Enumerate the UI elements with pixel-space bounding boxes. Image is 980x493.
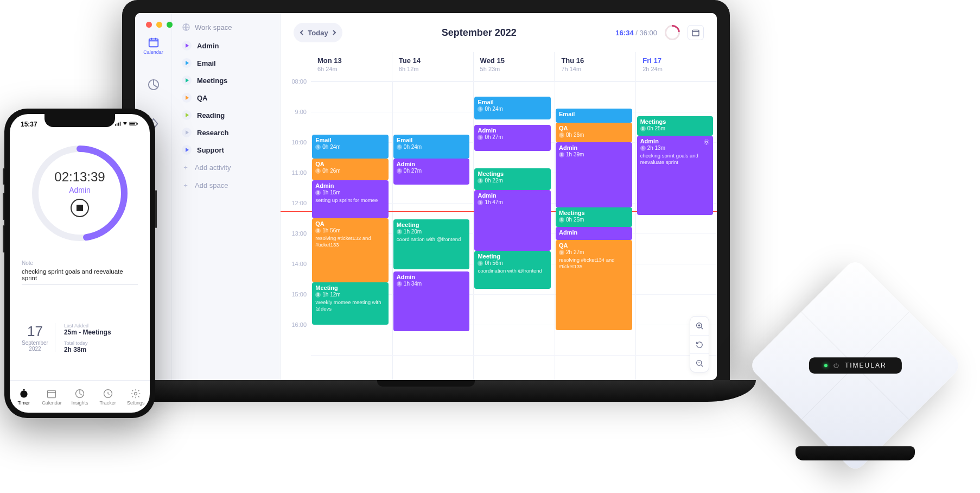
calendar-event[interactable]: Admin$2h 13mchecking sprint goals and re…	[637, 136, 714, 215]
reset-icon	[696, 341, 703, 349]
calendar-event[interactable]: Email$0h 24m	[393, 135, 470, 159]
tab-calendar[interactable]: Calendar	[38, 381, 66, 413]
rail-reports[interactable]	[141, 72, 167, 98]
day-header[interactable]: Wed 155h 23m	[473, 52, 555, 81]
day-header[interactable]: Tue 148h 12m	[392, 52, 473, 81]
laptop-device: Calendar Work space AdminEmailMeet	[122, 0, 730, 413]
record-icon	[703, 139, 710, 146]
calendar-event[interactable]: QA$0h 26m	[556, 123, 632, 142]
progress-ring-icon[interactable]	[661, 22, 683, 43]
status-indicators	[115, 121, 139, 129]
zoom-reset-button[interactable]	[690, 335, 709, 353]
billable-icon: $	[478, 261, 483, 266]
calendar-event[interactable]: Email$0h 24m	[312, 135, 389, 159]
zoom-in-button[interactable]	[690, 317, 709, 335]
sidebar-activity-qa[interactable]: QA	[177, 89, 275, 106]
note-input[interactable]: checking sprint goals and reevaluate spr…	[22, 266, 138, 285]
phone-tabbar: TimerCalendarInsightsTrackerSettings	[10, 380, 150, 413]
calendar-event[interactable]: Admin$1h 39m	[556, 142, 632, 207]
next-button[interactable]	[326, 23, 342, 42]
calendar-event[interactable]: Email	[556, 109, 632, 123]
timer-icon	[18, 388, 29, 400]
play-icon	[182, 110, 192, 120]
day-header[interactable]: Mon 136h 24m	[311, 52, 392, 81]
fullscreen-icon[interactable]	[167, 22, 173, 28]
calendar-event[interactable]: QA$1h 56mresolving #ticket132 and #ticke…	[312, 218, 389, 282]
billable-icon: $	[559, 250, 564, 255]
insights-icon	[74, 388, 85, 400]
calendar-event[interactable]: Admin$0h 27m	[474, 125, 551, 151]
last-added-label: Last Added	[64, 323, 111, 328]
calendar-event[interactable]: Admin$1h 34m	[393, 271, 470, 331]
tracker-brand-band: TIMEULAR	[809, 357, 902, 374]
hour-label: 16:00	[291, 321, 307, 328]
billable-icon: $	[397, 229, 402, 235]
view-toggle-button[interactable]	[688, 25, 704, 40]
day-header[interactable]: Thu 167h 14m	[554, 52, 635, 81]
hour-label: 9:00	[295, 109, 307, 115]
status-time: 15:37	[21, 121, 37, 129]
calendar-event[interactable]: Meeting$1h 12mWeekly momee meeting with …	[312, 282, 389, 325]
calendar-event[interactable]: Admin	[556, 227, 632, 240]
tab-tracker[interactable]: Tracker	[94, 381, 122, 413]
hour-label: 12:00	[291, 200, 307, 206]
today-button[interactable]: Today	[310, 23, 326, 42]
sidebar-activity-admin[interactable]: Admin	[177, 37, 275, 54]
rail-calendar[interactable]: Calendar	[141, 33, 167, 59]
hour-label: 08:00	[291, 78, 307, 85]
billable-icon: $	[478, 178, 483, 184]
calendar-event[interactable]: Meeting$0h 56mcoordination with @fronten…	[474, 251, 551, 289]
svg-point-5	[704, 140, 709, 145]
svg-rect-11	[120, 122, 120, 125]
plus-icon: +	[182, 181, 189, 189]
calendar-event[interactable]: Meeting$1h 20mcoordination with @fronten…	[393, 219, 470, 269]
sidebar-activity-meetings[interactable]: Meetings	[177, 72, 275, 89]
calendar-event[interactable]: Admin$0h 27m	[393, 159, 470, 185]
svg-rect-19	[48, 390, 56, 397]
sidebar-activity-support[interactable]: Support	[177, 141, 275, 159]
svg-rect-10	[118, 123, 119, 126]
timer-area: 02:13:39 Admin Note checking sprint goal…	[10, 129, 150, 380]
calendar-event[interactable]: Meetings$0h 22m	[474, 168, 551, 190]
sidebar-activity-email[interactable]: Email	[177, 54, 275, 72]
stop-button[interactable]	[71, 199, 89, 217]
add-activity-button[interactable]: + Add activity	[177, 159, 275, 176]
play-icon	[182, 145, 192, 155]
calendar-event[interactable]: Admin$1h 15msetting up sprint for momee	[312, 180, 389, 218]
phone-notch	[44, 114, 115, 127]
calendar-event[interactable]: Admin$1h 47m	[474, 190, 551, 251]
hour-label: 13:00	[291, 230, 307, 237]
tab-settings[interactable]: Settings	[122, 381, 150, 413]
svg-point-4	[705, 141, 708, 143]
svg-rect-9	[117, 123, 117, 125]
total-today-label: Total today	[64, 340, 111, 346]
zoom-controls	[690, 316, 709, 372]
calendar-event[interactable]: Meetings$0h 25m	[637, 116, 714, 136]
tab-timer[interactable]: Timer	[10, 381, 38, 413]
minimize-icon[interactable]	[156, 22, 162, 28]
mac-window-controls	[146, 22, 173, 28]
billable-icon: $	[478, 200, 483, 205]
calendar-event[interactable]: QA$2h 27mresolving #ticket134 and #ticke…	[556, 240, 632, 330]
last-added-value: 25m - Meetings	[64, 328, 111, 336]
calendar-event[interactable]: Email$0h 24m	[474, 97, 551, 119]
close-icon[interactable]	[146, 22, 152, 28]
pie-icon	[148, 79, 160, 91]
sidebar-activity-research[interactable]: Research	[177, 124, 275, 141]
play-icon	[182, 128, 192, 137]
tab-insights[interactable]: Insights	[66, 381, 94, 413]
timer-ring: 02:13:39 Admin	[28, 142, 131, 245]
calendar-event[interactable]: Meetings$0h 25m	[556, 207, 632, 227]
day-header[interactable]: Fri 172h 24m	[635, 52, 717, 81]
calendar-icon	[46, 388, 57, 400]
space-title[interactable]: Work space	[177, 20, 275, 37]
add-space-button[interactable]: + Add space	[177, 176, 275, 194]
settings-icon	[130, 388, 141, 400]
sidebar-activity-reading[interactable]: Reading	[177, 106, 275, 124]
zoom-out-button[interactable]	[690, 353, 709, 372]
summary-date: 17 September 2022	[22, 323, 55, 352]
calendar-event[interactable]: QA$0h 26m	[312, 159, 389, 180]
timer-activity: Admin	[69, 186, 91, 194]
billable-icon: $	[315, 168, 321, 174]
globe-icon	[182, 23, 190, 31]
